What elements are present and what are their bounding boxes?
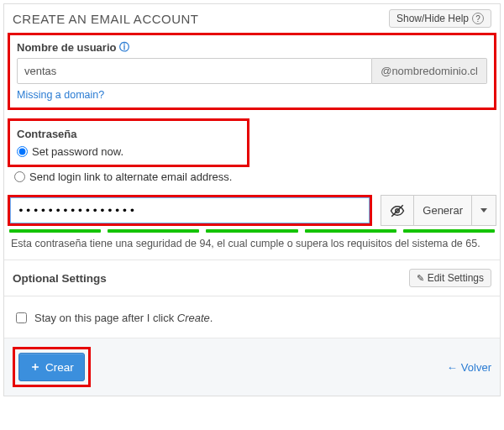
pencil-icon: ✎ (417, 273, 424, 284)
strength-seg (206, 229, 297, 233)
email-account-panel: CREATE AN EMAIL ACCOUNT Show/Hide Help ?… (3, 3, 501, 396)
password-input-wrap (8, 195, 372, 226)
stay-checkbox[interactable] (16, 312, 27, 323)
password-label: Contraseña (17, 124, 240, 140)
stay-label: Stay on this page after I click Create. (34, 312, 213, 324)
username-input-group: @nombredominio.cl (17, 58, 487, 84)
help-icon[interactable]: ⓘ (119, 40, 129, 55)
password-options-box: Contraseña Set password now. (8, 118, 249, 167)
stay-suffix: . (210, 312, 213, 324)
page-title: CREATE AN EMAIL ACCOUNT (13, 12, 199, 26)
question-icon: ? (472, 13, 484, 24)
chevron-down-icon (480, 208, 487, 212)
create-label: Crear (45, 361, 74, 374)
strength-seg (403, 229, 495, 233)
username-input[interactable] (17, 58, 372, 84)
generate-password-button[interactable]: Generar (414, 195, 472, 226)
strength-seg (9, 229, 101, 233)
stay-em: Create (177, 312, 210, 324)
help-button-label: Show/Hide Help (396, 13, 469, 24)
optional-settings-title: Optional Settings (13, 272, 107, 285)
username-label-row: Nombre de usuario ⓘ (17, 40, 487, 55)
password-section: Contraseña Set password now. Send login … (8, 118, 496, 190)
header-row: CREATE AN EMAIL ACCOUNT Show/Hide Help ? (4, 4, 500, 33)
eye-slash-icon (390, 203, 405, 218)
password-input-row: Generar (8, 195, 496, 226)
domain-addon[interactable]: @nombredominio.cl (372, 58, 487, 84)
back-link[interactable]: ← Volver (447, 361, 491, 374)
generate-dropdown-button[interactable] (472, 195, 496, 226)
edit-settings-label: Edit Settings (428, 272, 484, 284)
divider (4, 296, 500, 296)
strength-seg (108, 229, 199, 233)
password-strength-bar (9, 229, 495, 233)
show-hide-help-button[interactable]: Show/Hide Help ? (389, 9, 491, 28)
stay-on-page-row: Stay on this page after I click Create. (4, 298, 500, 338)
divider (4, 260, 500, 260)
radio-set-now[interactable]: Set password now. (17, 144, 240, 160)
plus-icon: ＋ (29, 359, 41, 375)
arrow-left-icon: ← (447, 361, 458, 374)
edit-settings-button[interactable]: ✎ Edit Settings (409, 269, 491, 287)
stay-prefix: Stay on this page after I click (34, 312, 177, 324)
toggle-visibility-button[interactable] (381, 195, 414, 226)
password-input[interactable] (10, 197, 370, 223)
missing-domain-link[interactable]: Missing a domain? (17, 89, 104, 101)
create-button[interactable]: ＋ Crear (18, 353, 85, 381)
strength-seg (305, 229, 396, 233)
radio-set-now-label: Set password now. (32, 145, 123, 158)
back-label: Volver (461, 361, 491, 374)
radio-send-link-input[interactable] (14, 171, 25, 182)
generate-label: Generar (423, 204, 463, 217)
optional-settings-row: Optional Settings ✎ Edit Settings (4, 262, 500, 294)
radio-set-now-input[interactable] (17, 146, 28, 157)
password-options-extra: Send login link to alternate email addre… (8, 167, 496, 190)
radio-send-link-label: Send login link to alternate email addre… (29, 170, 232, 183)
radio-send-link[interactable]: Send login link to alternate email addre… (14, 169, 490, 185)
username-label: Nombre de usuario (17, 41, 116, 54)
password-strength-text: Esta contraseña tiene una seguridad de 9… (4, 236, 500, 258)
create-button-highlight: ＋ Crear (13, 347, 91, 387)
username-section: Nombre de usuario ⓘ @nombredominio.cl Mi… (8, 33, 496, 110)
password-side-buttons: Generar (381, 195, 496, 226)
footer-row: ＋ Crear ← Volver (4, 338, 500, 396)
